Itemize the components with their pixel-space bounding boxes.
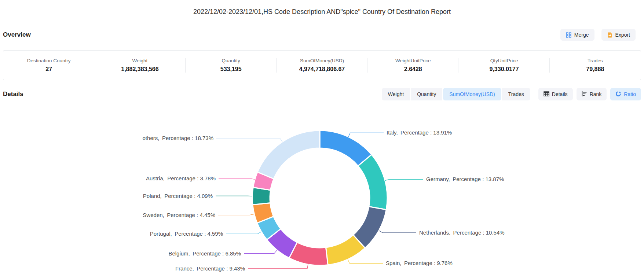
chart-label-Belgium: Belgium, Percentage : 6.85% bbox=[168, 250, 241, 258]
stat-quantity: Quantity 533,195 bbox=[186, 51, 277, 80]
export-button[interactable]: Export bbox=[601, 29, 636, 41]
stat-label: Weight bbox=[132, 58, 148, 63]
destination-ratio-chart: Italy, Percentage : 13.91%Germany, Perce… bbox=[0, 100, 644, 276]
title-bar: 2022/12/02-2023/12/01,HS Code Descriptio… bbox=[0, 0, 644, 16]
chart-label-line bbox=[348, 133, 384, 137]
details-header: Details Weight Quantity SumOfMoney(USD) … bbox=[0, 88, 644, 100]
pie-slice-Germany[interactable] bbox=[358, 155, 387, 210]
rank-icon bbox=[582, 91, 587, 97]
stat-label: Destination Country bbox=[27, 58, 71, 63]
view-button-group: Details Rank bbox=[538, 88, 641, 100]
stat-value: 1,882,383,566 bbox=[121, 66, 158, 73]
chart-label-Netherlands: Netherlands, Percentage : 10.54% bbox=[419, 229, 505, 237]
details-controls: Weight Quantity SumOfMoney(USD) Trades D… bbox=[382, 88, 641, 100]
view-rank-button[interactable]: Rank bbox=[577, 88, 607, 100]
overview-header: Overview Merge bbox=[0, 29, 644, 41]
tab-quantity[interactable]: Quantity bbox=[411, 88, 442, 100]
view-rank-label: Rank bbox=[590, 91, 602, 97]
chart-label-line bbox=[216, 138, 282, 142]
overview-actions: Merge Export bbox=[560, 29, 636, 41]
stat-value: 2.6428 bbox=[404, 66, 422, 73]
chart-label-Austria: Austria, Percentage : 3.78% bbox=[146, 174, 216, 183]
pie-slice-others[interactable] bbox=[257, 130, 320, 179]
stat-label: Quantity bbox=[222, 58, 240, 63]
stat-label: WeightUnitPrice bbox=[395, 58, 431, 63]
overview-stats-box: Destination Country 27 Weight 1,882,383,… bbox=[3, 50, 641, 80]
stat-value: 4,974,718,806.67 bbox=[299, 66, 345, 73]
export-file-icon bbox=[607, 32, 612, 38]
stat-trades: Trades 79,888 bbox=[550, 51, 641, 80]
merge-button[interactable]: Merge bbox=[560, 29, 594, 41]
donut-icon bbox=[615, 91, 621, 98]
tab-trades[interactable]: Trades bbox=[502, 88, 530, 100]
export-button-label: Export bbox=[615, 32, 630, 38]
view-ratio-label: Ratio bbox=[624, 91, 636, 97]
table-icon bbox=[544, 91, 549, 97]
tab-weight[interactable]: Weight bbox=[382, 88, 410, 100]
overview-heading: Overview bbox=[3, 31, 31, 38]
stat-label: SumOfMoney(USD) bbox=[300, 58, 344, 63]
page-title: 2022/12/02-2023/12/01,HS Code Descriptio… bbox=[0, 7, 644, 16]
stat-sum-of-money: SumOfMoney(USD) 4,974,718,806.67 bbox=[277, 51, 367, 80]
chart-label-line bbox=[348, 260, 383, 264]
chart-label-line bbox=[385, 179, 423, 180]
donut-chart bbox=[0, 100, 644, 276]
chart-label-France: France, Percentage : 9.43% bbox=[175, 265, 245, 273]
chart-label-others: others, Percentage : 18.73% bbox=[143, 134, 213, 142]
chart-label-line bbox=[219, 179, 255, 180]
stat-weight: Weight 1,882,383,566 bbox=[94, 51, 185, 80]
chart-label-line bbox=[218, 214, 254, 215]
chart-label-Poland: Poland, Percentage : 4.09% bbox=[143, 192, 213, 200]
stat-value: 9,330.0177 bbox=[490, 66, 519, 73]
tab-sum-of-money[interactable]: SumOfMoney(USD) bbox=[443, 88, 501, 100]
chart-label-Germany: Germany, Percentage : 13.87% bbox=[426, 175, 504, 183]
stat-label: Trades bbox=[588, 58, 603, 63]
chart-label-Portugal: Portugal, Percentage : 4.59% bbox=[150, 230, 223, 238]
view-details-button[interactable]: Details bbox=[538, 88, 573, 100]
chart-label-line bbox=[244, 250, 277, 253]
metric-tab-group: Weight Quantity SumOfMoney(USD) Trades bbox=[382, 88, 530, 100]
merge-button-label: Merge bbox=[574, 32, 589, 38]
chart-label-Spain: Spain, Percentage : 9.76% bbox=[386, 259, 453, 267]
chart-label-line bbox=[226, 232, 261, 234]
stat-destination-country: Destination Country 27 bbox=[3, 51, 94, 80]
chart-label-line bbox=[379, 231, 416, 233]
stat-qty-unit-price: QtyUnitPrice 9,330.0177 bbox=[458, 51, 549, 80]
chart-label-line bbox=[248, 264, 308, 269]
merge-icon bbox=[566, 32, 571, 38]
stat-value: 27 bbox=[45, 66, 52, 73]
view-details-label: Details bbox=[552, 91, 568, 97]
view-ratio-button[interactable]: Ratio bbox=[610, 88, 641, 100]
chart-label-Sweden: Sweden, Percentage : 4.45% bbox=[143, 211, 215, 219]
stat-label: QtyUnitPrice bbox=[490, 58, 518, 63]
stat-weight-unit-price: WeightUnitPrice 2.6428 bbox=[367, 51, 458, 80]
details-heading: Details bbox=[3, 91, 23, 98]
stat-value: 533,195 bbox=[220, 66, 242, 73]
stat-value: 79,888 bbox=[586, 66, 604, 73]
chart-label-Italy: Italy, Percentage : 13.91% bbox=[387, 129, 452, 137]
